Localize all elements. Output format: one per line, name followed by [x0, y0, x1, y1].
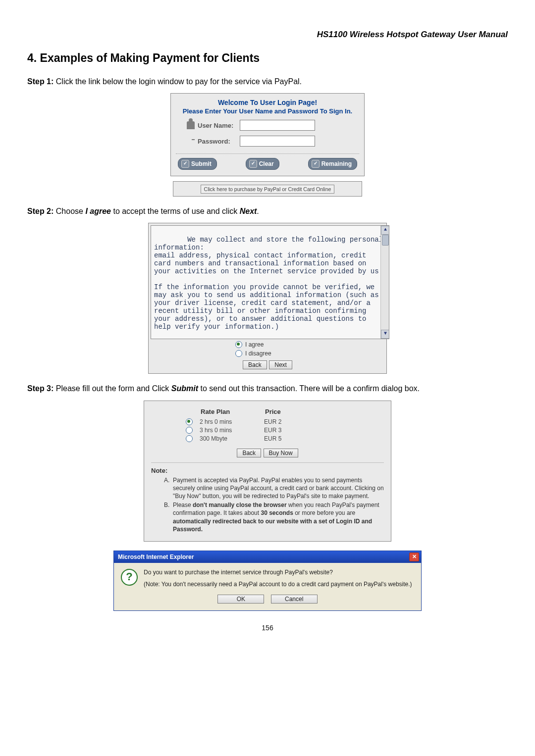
note-b-bold3: automatically redirected back to our web…: [173, 518, 372, 533]
submit-button[interactable]: ✓ Submit: [178, 158, 217, 170]
ok-button[interactable]: OK: [217, 595, 264, 604]
key-icon: [187, 137, 195, 145]
note-item-a: A. Payment is accepted via PayPal. PayPa…: [164, 476, 384, 501]
username-input[interactable]: [240, 120, 315, 131]
step1-label: Step 1:: [27, 77, 54, 86]
plan-row[interactable]: 300 Mbyte EUR 5: [186, 435, 384, 442]
username-row: User Name:: [187, 120, 359, 131]
terms-textarea[interactable]: We may collect and store the following p…: [151, 225, 389, 339]
close-icon[interactable]: ✕: [409, 553, 419, 561]
step2-label: Step 2:: [27, 207, 54, 215]
note-heading: Note:: [151, 467, 384, 474]
step2-before: Choose: [54, 207, 85, 215]
section-number: 4.: [27, 51, 37, 64]
divider: [151, 462, 384, 463]
scroll-down-icon[interactable]: ▼: [381, 330, 389, 339]
dialog-titlebar: Microsoft Internet Explorer ✕: [114, 551, 421, 563]
step3-text: Step 3: Please fill out the form and Cli…: [27, 383, 508, 394]
step3-label: Step 3:: [27, 384, 54, 393]
step2-next: Next: [240, 207, 257, 215]
clear-label: Clear: [259, 160, 274, 167]
product-header: HS1100 Wireless Hotspot Gateway User Man…: [27, 30, 508, 40]
back-button[interactable]: Back: [243, 360, 267, 369]
agree-option[interactable]: I agree: [235, 341, 300, 348]
buy-now-button[interactable]: Buy Now: [264, 449, 298, 457]
rate-plan-panel: Rate Plan Price 2 hrs 0 mins EUR 2 3 hrs…: [144, 401, 391, 542]
agree-label: I agree: [245, 341, 264, 348]
step1-text: Step 1: Click the link below the login w…: [27, 76, 508, 87]
note-list: A. Payment is accepted via PayPal. PayPa…: [151, 476, 384, 533]
dialog-buttons: OK Cancel: [121, 595, 414, 604]
agree-options: I agree I disagree: [149, 341, 386, 357]
radio-checked-icon[interactable]: [186, 418, 193, 425]
rate-buttons: Back Buy Now: [151, 448, 384, 457]
disagree-label: I disagree: [245, 350, 271, 357]
login-subtitle: Please Enter Your User Name and Password…: [176, 107, 359, 115]
login-buttons: ✓ Submit ✓ Clear ✓ Remaining: [176, 158, 359, 173]
password-row: Password:: [187, 136, 359, 147]
remaining-label: Remaining: [321, 160, 352, 167]
remaining-button[interactable]: ✓ Remaining: [308, 158, 357, 170]
note-b-marker: B.: [164, 501, 173, 533]
disagree-option[interactable]: I disagree: [235, 350, 300, 357]
question-icon: ?: [121, 569, 138, 586]
col-plan: Rate Plan: [201, 408, 265, 415]
step3-after: to send out this transaction. There will…: [198, 384, 420, 393]
next-button[interactable]: Next: [269, 360, 292, 369]
paypal-purchase-link[interactable]: Click here to purchase by PayPal or Cred…: [201, 185, 335, 194]
step2-mid: to accept the terms of use and click: [111, 207, 240, 215]
divider: [176, 153, 359, 154]
terms-text: We may collect and store the following p…: [154, 236, 387, 331]
step2-after: .: [257, 207, 259, 215]
plan-price: EUR 2: [264, 418, 281, 425]
plan-name: 3 hrs 0 mins: [200, 427, 264, 434]
page-number: 156: [27, 624, 508, 632]
note-b-mid2: or more before you are: [293, 509, 355, 516]
terms-buttons: Back Next: [149, 360, 386, 369]
step3-before: Please fill out the form and Click: [54, 384, 171, 393]
scroll-up-icon[interactable]: ▲: [381, 226, 389, 235]
check-icon: ✓: [249, 160, 257, 168]
plan-price: EUR 3: [264, 427, 281, 434]
note-b-text: Please don't manually close the browser …: [173, 501, 384, 533]
step1-body: Click the link below the login window to…: [54, 77, 302, 86]
note-b-before: Please: [173, 502, 193, 508]
back-button[interactable]: Back: [237, 449, 261, 457]
radio-checked-icon[interactable]: [235, 341, 242, 348]
step2-iagree: I agree: [85, 207, 111, 215]
username-label: User Name:: [198, 122, 240, 129]
scrollbar[interactable]: ▲ ▼: [380, 226, 389, 339]
password-label: Password:: [198, 138, 240, 145]
radio-icon[interactable]: [186, 427, 193, 434]
col-price: Price: [265, 408, 281, 415]
plan-name: 300 Mbyte: [200, 435, 264, 442]
note-item-b: B. Please don't manually close the brows…: [164, 501, 384, 533]
step2-text: Step 2: Choose I agree to accept the ter…: [27, 205, 508, 217]
scroll-thumb[interactable]: [382, 235, 389, 246]
radio-icon[interactable]: [235, 350, 242, 357]
login-title: Welcome To User Login Page!: [176, 99, 359, 106]
check-icon: ✓: [181, 160, 189, 168]
note-a-text: Payment is accepted via PayPal. PayPal e…: [173, 476, 384, 501]
note-b-bold1: don't manually close the browser: [193, 502, 287, 508]
plan-row[interactable]: 3 hrs 0 mins EUR 3: [186, 427, 384, 434]
rate-header: Rate Plan Price: [201, 408, 384, 415]
terms-panel: We may collect and store the following p…: [148, 223, 387, 374]
check-icon: ✓: [312, 160, 320, 168]
dialog-title: Microsoft Internet Explorer: [118, 554, 194, 560]
confirm-dialog: Microsoft Internet Explorer ✕ ? Do you w…: [113, 551, 422, 611]
section-heading: 4. Examples of Making Payment for Client…: [27, 51, 508, 65]
password-input[interactable]: [240, 136, 315, 147]
dialog-body: ? Do you want to purchase the internet s…: [114, 563, 421, 610]
login-panel: Welcome To User Login Page! Please Enter…: [170, 93, 365, 176]
paypal-link-panel: Click here to purchase by PayPal or Cred…: [173, 181, 362, 197]
user-icon: [187, 121, 195, 129]
radio-icon[interactable]: [186, 435, 193, 442]
plan-name: 2 hrs 0 mins: [200, 418, 264, 425]
cancel-button[interactable]: Cancel: [271, 595, 318, 604]
clear-button[interactable]: ✓ Clear: [246, 158, 279, 170]
plan-row[interactable]: 2 hrs 0 mins EUR 2: [186, 418, 384, 425]
note-b-bold2: 30 seconds: [261, 509, 293, 516]
plan-price: EUR 5: [264, 435, 281, 442]
note-a-marker: A.: [164, 476, 173, 501]
